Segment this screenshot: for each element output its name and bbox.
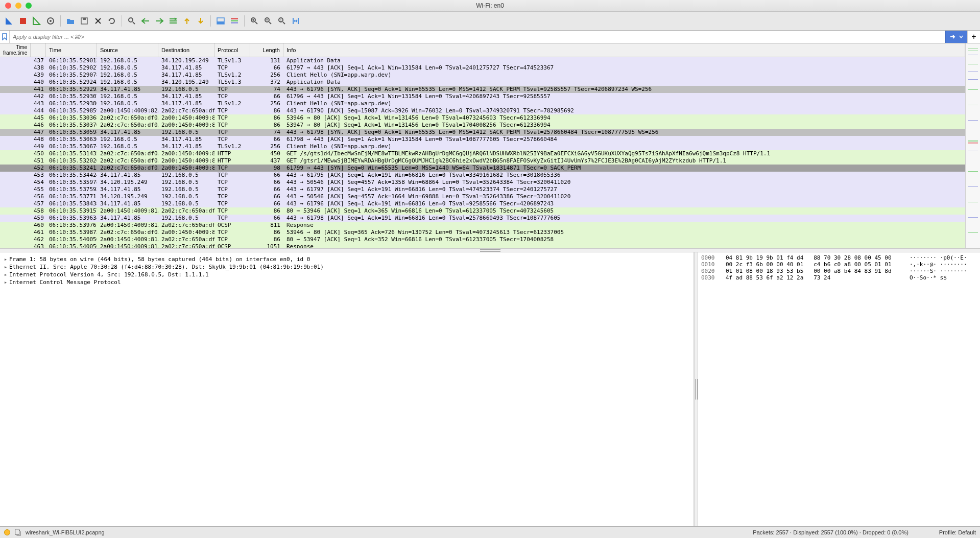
expert-info-icon[interactable] xyxy=(4,529,10,535)
expand-triangle-icon[interactable]: ▸ xyxy=(2,271,9,278)
packet-row[interactable]: 44306:10:35.529380192.168.0.534.117.41.8… xyxy=(0,100,965,107)
packet-minimap[interactable] xyxy=(965,43,980,248)
svg-rect-9 xyxy=(231,18,238,19)
col-source[interactable]: Source xyxy=(97,43,158,57)
packet-row[interactable]: 44506:10:35.5303682a02:c7c:650a:df0…2a00… xyxy=(0,114,965,122)
packet-row[interactable]: 46006:10:35.5397612a00:1450:4009:81…2a02… xyxy=(0,222,965,229)
packet-row[interactable]: 46106:10:35.5398732a02:c7c:650a:df0…2a00… xyxy=(0,229,965,236)
packet-row[interactable]: 44406:10:35.5298592a00:1450:4009:82…2a02… xyxy=(0,107,965,114)
packet-row[interactable]: 44106:10:35.52929234.117.41.85192.168.0.… xyxy=(0,86,965,93)
svg-line-13 xyxy=(255,22,257,24)
packet-row[interactable]: 46206:10:35.5400562a00:1450:4009:81…2a02… xyxy=(0,236,965,243)
find-packet-button[interactable] xyxy=(126,15,138,27)
go-back-button[interactable] xyxy=(139,15,152,27)
packet-row[interactable]: 45206:10:35.5324132a02:c7c:650a:df0…2a00… xyxy=(0,165,965,172)
horizontal-splitter[interactable] xyxy=(0,248,980,252)
status-packet-stats: Packets: 2557 · Displayed: 2557 (100.0%)… xyxy=(753,529,909,535)
col-no-hidden[interactable] xyxy=(31,43,46,57)
add-filter-button[interactable]: + xyxy=(967,31,980,43)
close-file-button[interactable] xyxy=(92,15,104,27)
packet-rows[interactable]: 43706:10:35.529013192.168.0.534.120.195.… xyxy=(0,57,965,248)
zoom-in-button[interactable] xyxy=(248,15,260,27)
svg-line-6 xyxy=(133,22,135,24)
open-file-button[interactable] xyxy=(64,15,77,27)
toolbar-separator xyxy=(60,15,61,27)
col-info[interactable]: Info xyxy=(283,43,965,57)
packet-row[interactable]: 45606:10:35.53771134.120.195.249192.168.… xyxy=(0,193,965,200)
toolbar-separator xyxy=(244,15,245,27)
svg-rect-24 xyxy=(15,529,19,535)
svg-line-20 xyxy=(283,22,285,24)
col-time[interactable]: Time xyxy=(46,43,97,57)
packet-row[interactable]: 46306:10:35.5400562a00:1450:4009:81…2a02… xyxy=(0,243,965,248)
display-filter-input[interactable] xyxy=(10,31,945,43)
filter-apply-button[interactable] xyxy=(945,31,967,43)
packet-row[interactable]: 45806:10:35.5391572a00:1450:4009:81…2a02… xyxy=(0,207,965,215)
packet-row[interactable]: 43706:10:35.529013192.168.0.534.120.195.… xyxy=(0,57,965,64)
col-destination[interactable]: Destination xyxy=(158,43,214,57)
zoom-out-button[interactable] xyxy=(262,15,274,27)
detail-tree-item[interactable]: ▸Frame 1: 58 bytes on wire (464 bits), 5… xyxy=(2,255,691,263)
go-to-packet-button[interactable] xyxy=(167,15,179,27)
packet-row[interactable]: 45506:10:35.53759334.117.41.85192.168.0.… xyxy=(0,186,965,193)
detail-tree-item[interactable]: ▸Internet Protocol Version 4, Src: 192.1… xyxy=(2,271,691,278)
detail-tree-item[interactable]: ▸Ethernet II, Src: Apple_70:30:28 (f4:d4… xyxy=(2,263,691,271)
packet-row[interactable]: 44706:10:35.53059834.117.41.85192.168.0.… xyxy=(0,129,965,136)
packet-row[interactable]: 44206:10:35.529307192.168.0.534.117.41.8… xyxy=(0,93,965,100)
svg-rect-4 xyxy=(83,18,86,20)
bottom-panes: ▸Frame 1: 58 bytes on wire (464 bits), 5… xyxy=(0,252,980,526)
stop-capture-button[interactable] xyxy=(17,15,29,27)
packet-row[interactable]: 44906:10:35.530674192.168.0.534.117.41.8… xyxy=(0,143,965,150)
go-first-button[interactable] xyxy=(181,15,193,27)
vertical-splitter[interactable] xyxy=(694,252,698,526)
bookmark-icon[interactable] xyxy=(0,31,10,43)
packet-row[interactable]: 45906:10:35.53963434.117.41.85192.168.0.… xyxy=(0,215,965,222)
auto-scroll-button[interactable] xyxy=(214,15,227,27)
packet-list-table[interactable]: Timeframe.time Time Source Destination P… xyxy=(0,43,965,248)
hex-row[interactable]: 00304f ad 88 53 6f a2 12 2a 73 24O··So··… xyxy=(701,274,977,281)
detail-tree-item[interactable]: ▸Internet Control Message Protocol xyxy=(2,278,691,286)
packet-row[interactable]: 45106:10:35.5320262a02:c7c:650a:df0…2a00… xyxy=(0,157,965,165)
toolbar-separator xyxy=(122,15,122,27)
svg-point-5 xyxy=(129,18,133,22)
capture-options-button[interactable] xyxy=(44,15,57,27)
col-time-frame[interactable]: Timeframe.time xyxy=(0,43,31,57)
window-title: Wi-Fi: en0 xyxy=(0,2,980,9)
packet-row[interactable]: 45006:10:35.5314352a02:c7c:650a:df0…2a00… xyxy=(0,150,965,157)
packet-row[interactable]: 45406:10:35.53597834.120.195.249192.168.… xyxy=(0,179,965,186)
svg-line-17 xyxy=(269,22,271,24)
packet-list-header[interactable]: Timeframe.time Time Source Destination P… xyxy=(0,43,965,57)
capture-file-properties-icon[interactable] xyxy=(14,529,21,536)
hex-row[interactable]: 001000 2c f3 6b 00 00 40 01 c4 b6 c0 a8 … xyxy=(701,261,977,268)
restart-capture-button[interactable] xyxy=(31,15,43,27)
packet-row[interactable]: 45306:10:35.53442434.117.41.85192.168.0.… xyxy=(0,172,965,179)
packet-row[interactable]: 44006:10:35.529243192.168.0.534.120.195.… xyxy=(0,79,965,86)
go-last-button[interactable] xyxy=(195,15,207,27)
zoom-reset-button[interactable]: 1 xyxy=(276,15,288,27)
packet-row[interactable]: 43906:10:35.529078192.168.0.534.117.41.8… xyxy=(0,72,965,79)
colorize-button[interactable] xyxy=(228,15,241,27)
main-toolbar: 1 xyxy=(0,12,980,31)
hex-row[interactable]: 002001 01 08 00 18 93 53 b5 00 00 a8 b4 … xyxy=(701,268,977,274)
svg-rect-11 xyxy=(231,22,238,24)
resize-columns-button[interactable] xyxy=(290,15,302,27)
start-capture-button[interactable] xyxy=(3,15,15,27)
expand-triangle-icon[interactable]: ▸ xyxy=(2,264,9,270)
reload-file-button[interactable] xyxy=(106,15,118,27)
expand-triangle-icon[interactable]: ▸ xyxy=(2,279,9,286)
packet-row[interactable]: 44806:10:35.530630192.168.0.534.117.41.8… xyxy=(0,136,965,143)
col-length[interactable]: Length xyxy=(250,43,283,57)
packet-row[interactable]: 44606:10:35.5303702a02:c7c:650a:df0…2a00… xyxy=(0,122,965,129)
col-protocol[interactable]: Protocol xyxy=(214,43,250,57)
packet-row[interactable]: 43806:10:35.529027192.168.0.534.117.41.8… xyxy=(0,64,965,72)
packet-details-pane[interactable]: ▸Frame 1: 58 bytes on wire (464 bits), 5… xyxy=(0,252,694,526)
save-file-button[interactable] xyxy=(78,15,90,27)
status-file-name: wireshark_Wi-FiB5LUI2.pcapng xyxy=(26,529,105,535)
display-filter-bar: + xyxy=(0,31,980,43)
hex-row[interactable]: 000004 81 9b 19 9b 01 f4 d4 88 70 30 28 … xyxy=(701,254,977,261)
packet-row[interactable]: 45706:10:35.53843834.117.41.85192.168.0.… xyxy=(0,200,965,207)
packet-bytes-pane[interactable]: 000004 81 9b 19 9b 01 f4 d4 88 70 30 28 … xyxy=(698,252,980,526)
go-forward-button[interactable] xyxy=(153,15,165,27)
status-profile[interactable]: Profile: Default xyxy=(939,529,976,535)
expand-triangle-icon[interactable]: ▸ xyxy=(2,256,9,263)
